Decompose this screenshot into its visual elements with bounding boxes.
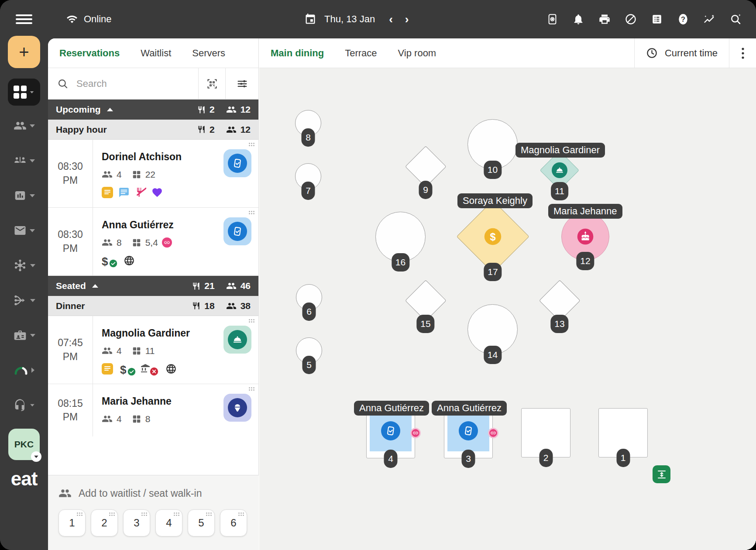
content: Reservations Waitlist Servers Upcoming	[48, 38, 756, 550]
status-badge-confirmed[interactable]	[223, 149, 251, 177]
tab-servers[interactable]: Servers	[192, 48, 225, 59]
walkin-size-button[interactable]: 5	[188, 509, 215, 536]
tab-reservations[interactable]: Reservations	[59, 48, 120, 59]
sidebar-item-waitlist[interactable]	[14, 143, 35, 178]
next-day-button[interactable]: ›	[405, 13, 409, 26]
reservation-card[interactable]: 08:15PM Maria Jehanne 4 8	[48, 384, 258, 437]
topbar: Online Thu, 13 Jan ‹ › ?	[48, 0, 756, 38]
table-2[interactable]: 2	[521, 408, 570, 457]
time-mode-selector[interactable]: Current time	[634, 38, 729, 68]
walkin-size-button[interactable]: 4	[155, 509, 182, 536]
sidebar-item-guests[interactable]	[14, 108, 35, 143]
fit-floor-button[interactable]	[653, 465, 670, 483]
merge-arrow-icon	[13, 293, 27, 307]
prev-day-button[interactable]: ‹	[389, 13, 393, 26]
table-14[interactable]: 14	[467, 304, 518, 354]
print-icon[interactable]	[596, 11, 613, 28]
add-reservation-button[interactable]: +	[8, 36, 40, 68]
drag-handle-icon[interactable]	[248, 210, 255, 215]
floor-view-button[interactable]	[8, 79, 40, 106]
walkin-size-button[interactable]: 1	[58, 509, 86, 536]
notifications-bell-icon[interactable]	[570, 11, 587, 28]
cloche-icon	[232, 334, 243, 345]
cloche-icon	[552, 162, 567, 178]
guests-count: 12	[241, 104, 251, 115]
walkin-label-row[interactable]: Add to waitlist / seat walk-in	[58, 487, 259, 500]
reservation-card[interactable]: 08:30PM Anna Gutiérrez 8 5,4 $	[48, 208, 258, 276]
table-6[interactable]: 6	[296, 284, 322, 310]
tab-waitlist[interactable]: Waitlist	[141, 48, 171, 59]
chevron-up-icon	[92, 284, 98, 288]
calendar-icon[interactable]	[304, 13, 316, 25]
reservation-card[interactable]: 07:45PM Magnolia Gardiner 4 11 $	[48, 316, 258, 384]
reservation-card[interactable]: 08:30PM Dorinel Atchison 4 22	[48, 140, 258, 208]
chevron-down-icon	[30, 264, 35, 267]
tab-main-dining[interactable]: Main dining	[271, 48, 324, 59]
floor-options-button[interactable]	[729, 38, 756, 68]
search-sparkle-icon[interactable]	[727, 11, 744, 28]
user-avatar[interactable]: PKC	[8, 429, 40, 460]
guest-label: Soraya Keighly	[457, 193, 533, 208]
svg-text:?: ?	[681, 15, 685, 23]
table-3[interactable]: 3	[444, 409, 493, 458]
walkin-size-button[interactable]: 6	[220, 509, 247, 536]
table-12[interactable]: 12	[561, 213, 609, 261]
table-8[interactable]: 8	[295, 110, 321, 136]
floor-canvas[interactable]: 8 7 6 5 10 16 14 9 15 13 11	[259, 68, 756, 550]
sidebar: +	[0, 0, 48, 550]
drag-handle-icon[interactable]	[248, 142, 255, 147]
tab-vip-room[interactable]: Vip room	[398, 48, 436, 59]
party-size: 8	[117, 237, 122, 248]
party-size: 4	[117, 414, 122, 424]
table-1[interactable]: 1	[598, 408, 648, 457]
sidebar-item-performance[interactable]	[14, 353, 34, 388]
table-10[interactable]: 10	[467, 119, 518, 169]
hamburger-menu-icon[interactable]	[16, 12, 32, 26]
table-16[interactable]: 16	[375, 212, 426, 262]
search-input[interactable]	[76, 78, 163, 90]
drag-handle-icon[interactable]	[248, 319, 255, 323]
note-icon	[102, 363, 113, 375]
table-7[interactable]: 7	[295, 163, 321, 189]
guests-icon	[226, 301, 237, 311]
help-icon[interactable]: ?	[675, 11, 691, 28]
sidebar-item-reports[interactable]	[14, 178, 35, 213]
walkin-size-button[interactable]: 2	[91, 509, 118, 536]
avatar-dropdown[interactable]	[31, 451, 41, 462]
sidebar-item-support[interactable]	[14, 388, 35, 423]
status-badge-confirmed[interactable]	[223, 217, 251, 245]
drag-handle-icon[interactable]	[248, 387, 255, 391]
fit-height-icon	[656, 469, 667, 480]
table-15[interactable]: 15	[406, 281, 445, 320]
filter-button[interactable]	[225, 68, 258, 99]
device-monitor-icon[interactable]	[544, 11, 560, 28]
section-upcoming[interactable]: Upcoming 2 12	[48, 100, 258, 120]
sidebar-item-flows[interactable]	[13, 283, 35, 318]
party-size-icon	[102, 413, 113, 424]
guest-label: Anna Gutiérrez	[432, 401, 507, 416]
table-17[interactable]: $ 17	[458, 202, 528, 272]
chevron-down-icon	[30, 229, 35, 232]
insights-sparkle-icon[interactable]	[701, 11, 718, 28]
sidebar-item-integrations[interactable]	[13, 248, 35, 283]
table-9[interactable]: 9	[406, 147, 445, 186]
block-icon[interactable]	[622, 11, 639, 28]
qr-scan-button[interactable]	[198, 68, 225, 99]
section-seated[interactable]: Seated 21 46	[48, 276, 258, 296]
tab-terrace[interactable]: Terrace	[345, 48, 377, 59]
table-number: 22	[145, 169, 155, 180]
reservation-time: 08:15PM	[48, 384, 93, 437]
notes-list-icon[interactable]	[649, 11, 665, 28]
date-label[interactable]: Thu, 13 Jan	[324, 14, 375, 25]
status-badge-dessert[interactable]	[223, 394, 251, 422]
chevron-up-icon	[107, 108, 113, 111]
walkin-size-button[interactable]: 3	[123, 509, 150, 536]
sidebar-item-messages[interactable]	[14, 213, 35, 248]
status-badge-main-course[interactable]	[223, 326, 251, 354]
table-5[interactable]: 5	[296, 337, 322, 364]
table-13[interactable]: 13	[540, 281, 579, 320]
table-4[interactable]: 4	[366, 409, 415, 458]
dietary-restriction-icon	[135, 187, 146, 198]
sidebar-item-staff[interactable]	[13, 318, 35, 353]
svg-text:$: $	[490, 231, 495, 243]
